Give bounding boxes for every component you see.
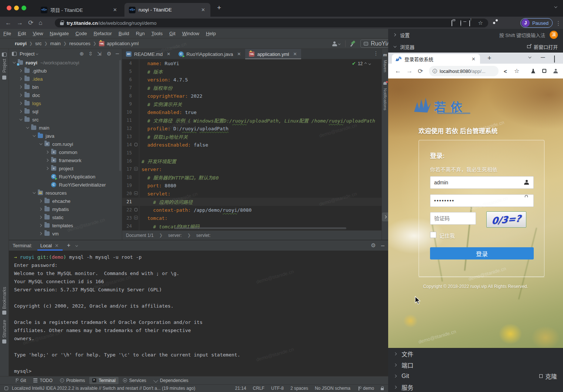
code-line-19[interactable]: 19 port: 8080 (122, 181, 382, 190)
embedded-browser-tab[interactable]: 登录若依系统 ✕ (392, 54, 480, 64)
menu-run[interactable]: Run (133, 31, 148, 36)
tree-item-ruoyiservletinitializer[interactable]: CRuoYiServletInitializer (9, 181, 122, 189)
code-line-12[interactable]: 12 profile: D:/ruoyi/uploadPath (122, 124, 382, 133)
code-line-23[interactable]: 23− tomcat: (122, 214, 382, 222)
traffic-light-close[interactable] (7, 6, 11, 10)
chrome-menu-icon[interactable]: ⋮ (556, 20, 561, 27)
captcha-image[interactable]: 0/3=? (486, 211, 526, 228)
menu-navigate[interactable]: Navigate (46, 31, 72, 36)
prev-problem-icon[interactable] (364, 62, 367, 65)
tree-chevron-icon[interactable] (39, 142, 42, 145)
editor-horizontal-scrollbar[interactable] (174, 227, 346, 229)
status-caret-position[interactable]: 21:14 (235, 386, 246, 391)
section-settings[interactable]: 设置 按 Shift 键切换输入法 演 (388, 29, 563, 41)
tree-chevron-icon[interactable] (33, 134, 36, 137)
stripe-notifications-label[interactable]: Notifications (383, 88, 387, 110)
menu-git[interactable]: Git (166, 31, 179, 36)
project-stripe-icon[interactable] (2, 53, 7, 57)
menu-refactor[interactable]: Refactor (90, 31, 115, 36)
tree-chevron-icon[interactable] (19, 117, 22, 120)
tab-search-icon[interactable] (554, 5, 557, 8)
open-new-window-button[interactable]: 新窗口打开 (527, 43, 558, 50)
embedded-side-panel-icon[interactable] (542, 69, 546, 73)
editor-tab-close-icon[interactable]: ✕ (166, 51, 171, 57)
tree-item-common[interactable]: common (9, 148, 122, 156)
tree-chevron-icon[interactable] (39, 208, 42, 211)
terminal-dropdown-icon[interactable] (75, 244, 78, 247)
username-input[interactable] (430, 176, 534, 189)
menu-window[interactable]: Window (179, 31, 203, 36)
tree-chevron-icon[interactable] (39, 232, 42, 235)
terminal-settings-icon[interactable]: ⚙ (371, 242, 376, 249)
back-icon[interactable]: ← (5, 19, 11, 27)
password-input[interactable] (430, 194, 534, 207)
embedded-popout-icon[interactable] (554, 56, 555, 63)
editor-breadcrumb-item[interactable]: servlet: (196, 233, 211, 238)
menu-file[interactable]: File (0, 31, 14, 36)
bookmark-star-icon[interactable]: ☆ (478, 20, 483, 26)
stripe-bookmarks-label[interactable]: Bookmarks (2, 287, 7, 309)
inspections-widget[interactable]: ✔ 12 (352, 61, 371, 66)
editor-tab-applicationyml[interactable]: YMLapplication.yml✕ (245, 49, 301, 59)
home-icon[interactable]: ⌂ (39, 19, 42, 27)
tree-item-bin[interactable]: bin (9, 83, 122, 91)
status-layout-icon[interactable] (4, 386, 8, 390)
tree-item-templates[interactable]: templates (9, 221, 122, 229)
next-problem-icon[interactable] (369, 62, 371, 65)
expand-right-panel-button[interactable] (382, 212, 388, 221)
tree-item-ruoyiapplication[interactable]: CRuoYiApplication (9, 172, 122, 181)
status-indent[interactable]: 2 spaces (290, 386, 308, 391)
editor-breadcrumb-item[interactable]: server: (168, 233, 182, 238)
embedded-forward-icon[interactable]: → (406, 67, 413, 75)
section-服务[interactable]: 服务 (388, 382, 563, 392)
toolwindow-git[interactable]: Git (11, 377, 29, 384)
breadcrumb-file[interactable]: application.yml (107, 41, 139, 46)
tree-chevron-icon[interactable] (13, 60, 16, 63)
chevron-down-icon[interactable] (36, 53, 38, 55)
tree-item-static[interactable]: static (9, 213, 122, 221)
menu-view[interactable]: View (29, 31, 46, 36)
section-端口[interactable]: 端口 (388, 359, 563, 371)
code-line-21[interactable]: 21 # 应用的访问路径 (122, 198, 382, 206)
embedded-share-icon[interactable]: < (504, 68, 507, 74)
toolwindow-todo[interactable]: TODO (30, 377, 55, 384)
hide-panel-icon[interactable]: ─ (116, 51, 119, 57)
menu-build[interactable]: Build (115, 31, 133, 36)
section-文件[interactable]: 文件 (388, 348, 563, 359)
panel-options-gear-icon[interactable]: ⚙ (107, 51, 111, 57)
tab-close-icon[interactable]: ✕ (200, 7, 206, 13)
terminal-output[interactable]: → ruoyi git:(demo) mysql -h mysql -u roo… (9, 251, 388, 376)
clipboard-icon[interactable] (452, 20, 452, 26)
toolwindow-services[interactable]: Services (120, 377, 149, 384)
menu-code[interactable]: Code (72, 31, 90, 36)
tree-chevron-icon[interactable] (33, 191, 36, 194)
tree-item-mybatis[interactable]: mybatis (9, 205, 122, 213)
fold-icon[interactable]: − (134, 167, 138, 171)
address-bar[interactable]: try.titanide.cn /ide/web/coding/ruoyi/de… (55, 19, 488, 27)
code-line-8[interactable]: 8 copyrightYear: 2022 (122, 92, 382, 100)
section-browser[interactable]: 浏览器 新窗口打开 (388, 41, 563, 53)
toolwindow-problems[interactable]: Problems (57, 377, 88, 384)
tree-chevron-icon[interactable] (46, 159, 49, 162)
embedded-address-bar[interactable]: i localhost:8080/app/... (429, 66, 499, 76)
maven-m-icon[interactable]: m (382, 52, 388, 58)
breadcrumb-item[interactable]: main (50, 41, 61, 46)
tree-item-github[interactable]: .github (9, 67, 122, 75)
remember-me-checkbox[interactable] (430, 232, 436, 238)
tree-chevron-icon[interactable] (39, 216, 42, 219)
code-line-9[interactable]: 9 # 实例演示开关 (122, 100, 382, 108)
menu-edit[interactable]: Edit (14, 31, 29, 36)
reload-icon[interactable]: ⟳ (28, 19, 33, 27)
browser-tab-project[interactable]: <t> 项目 - TitanIDE ✕ (36, 3, 122, 17)
build-hammer-icon[interactable] (350, 41, 356, 46)
traffic-light-zoom[interactable] (21, 6, 26, 10)
breadcrumb-item[interactable]: ruoyi (15, 41, 27, 46)
embedded-reload-icon[interactable]: ⟳ (418, 67, 423, 75)
tree-scrollbar[interactable] (119, 60, 121, 171)
tree-chevron-icon[interactable] (19, 69, 22, 72)
notifications-bell-icon[interactable] (383, 82, 387, 86)
tree-item-vm[interactable]: vm (9, 229, 122, 238)
status-line-ending[interactable]: CRLF (253, 386, 264, 391)
embedded-bookmark-star-icon[interactable]: ☆ (514, 67, 519, 74)
tree-item-ehcache[interactable]: ehcache (9, 197, 122, 205)
